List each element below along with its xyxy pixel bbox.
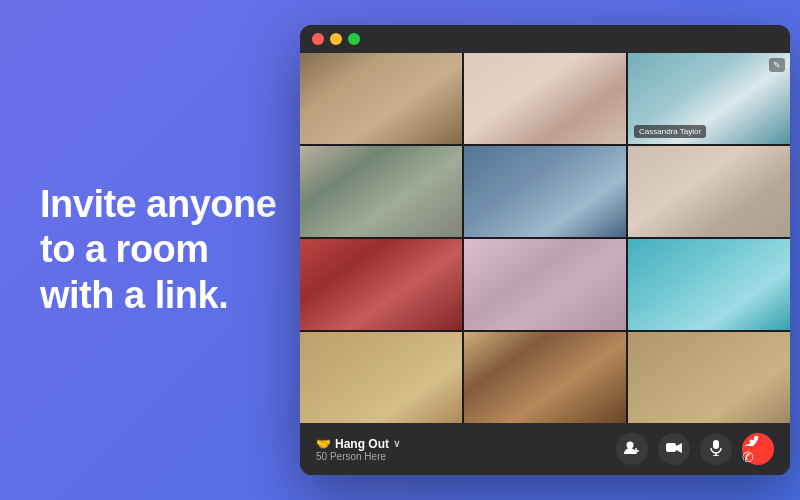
bottom-bar: 🤝 Hang Out ∨ 50 Person Here — [300, 423, 790, 475]
svg-point-0 — [627, 441, 634, 448]
video-cell — [464, 146, 626, 237]
video-cell — [628, 332, 790, 423]
room-emoji: 🤝 — [316, 437, 331, 451]
person-count: 50 Person Here — [316, 451, 400, 462]
svg-rect-3 — [666, 443, 676, 452]
video-cell — [300, 53, 462, 144]
video-cell — [628, 239, 790, 330]
close-button[interactable] — [312, 33, 324, 45]
fullscreen-button[interactable] — [348, 33, 360, 45]
room-info: 🤝 Hang Out ∨ 50 Person Here — [316, 437, 400, 462]
invite-line1: Invite anyone — [40, 183, 276, 225]
app-window: Cassandra Taylor ✎ — [300, 25, 790, 475]
invite-line3: with a link. — [40, 274, 228, 316]
toggle-video-button[interactable] — [658, 433, 690, 465]
end-call-icon: ✆ — [742, 433, 774, 465]
video-grid: Cassandra Taylor ✎ — [300, 53, 790, 423]
room-name: 🤝 Hang Out ∨ — [316, 437, 400, 451]
video-cell — [464, 53, 626, 144]
video-cell — [464, 239, 626, 330]
title-bar — [300, 25, 790, 53]
video-cell: Cassandra Taylor ✎ — [628, 53, 790, 144]
video-cell — [628, 146, 790, 237]
video-cell — [464, 332, 626, 423]
minimize-button[interactable] — [330, 33, 342, 45]
call-controls: ✆ — [616, 433, 774, 465]
microphone-icon — [710, 440, 722, 459]
svg-rect-4 — [713, 440, 719, 449]
pin-icon: ✎ — [769, 58, 785, 72]
video-cell — [300, 239, 462, 330]
add-person-icon — [624, 440, 640, 459]
camera-icon — [666, 441, 682, 457]
participant-name: Cassandra Taylor — [634, 125, 706, 138]
end-call-button[interactable]: ✆ — [742, 433, 774, 465]
toggle-mic-button[interactable] — [700, 433, 732, 465]
room-name-text: Hang Out — [335, 437, 389, 451]
video-cell — [300, 332, 462, 423]
traffic-lights — [312, 33, 360, 45]
left-panel: Invite anyone to a room with a link. — [40, 182, 300, 319]
chevron-down-icon[interactable]: ∨ — [393, 438, 400, 449]
invite-heading: Invite anyone to a room with a link. — [40, 182, 300, 319]
video-cell — [300, 146, 462, 237]
add-person-button[interactable] — [616, 433, 648, 465]
invite-line2: to a room — [40, 228, 209, 270]
